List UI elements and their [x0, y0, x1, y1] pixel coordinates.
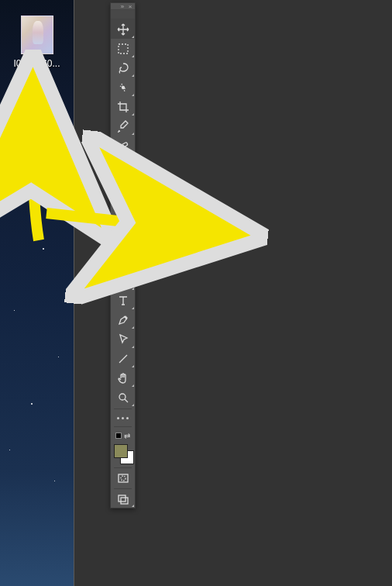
marquee-icon: [117, 43, 129, 55]
move-tool[interactable]: [111, 19, 135, 39]
svg-point-1: [122, 86, 124, 88]
blur-icon: [117, 256, 129, 268]
quick-select-icon: [117, 81, 129, 94]
screen-mode-button[interactable]: [111, 491, 135, 508]
foreground-color-swatch[interactable]: [114, 444, 128, 458]
photoshop-window: » ×: [74, 0, 392, 586]
blur-tool[interactable]: [111, 252, 135, 271]
zoom-tool[interactable]: [111, 388, 135, 407]
pen-icon: [117, 314, 129, 326]
type-tool[interactable]: [111, 291, 135, 310]
crop-icon: [117, 101, 129, 113]
hand-icon: [117, 372, 129, 384]
type-icon: [117, 295, 129, 307]
svg-rect-11: [121, 498, 128, 504]
quick-mask-icon: [117, 472, 129, 484]
svg-point-7: [119, 394, 126, 400]
lasso-tool[interactable]: [111, 58, 135, 78]
edit-toolbar-button[interactable]: [111, 411, 135, 425]
stamp-icon: [117, 178, 129, 191]
toolbox-header: » ×: [111, 3, 135, 10]
svg-rect-5: [119, 240, 123, 245]
toolbox-tab[interactable]: [111, 10, 135, 19]
gradient-icon: [117, 236, 129, 249]
quick-select-tool[interactable]: [111, 78, 135, 97]
color-swatches[interactable]: [111, 444, 135, 466]
svg-point-3: [122, 145, 123, 146]
healing-brush-tool[interactable]: [111, 136, 135, 155]
file-label: I0001360...: [8, 58, 66, 69]
close-icon[interactable]: ×: [128, 4, 132, 9]
eraser-tool[interactable]: [111, 213, 135, 233]
svg-point-9: [121, 476, 126, 481]
svg-point-6: [119, 278, 125, 284]
svg-rect-8: [119, 474, 128, 482]
dodge-tool[interactable]: [111, 271, 135, 291]
move-icon: [117, 23, 129, 36]
line-icon: [117, 353, 129, 365]
zoom-icon: [117, 391, 129, 404]
brush-tool[interactable]: [111, 155, 135, 174]
crop-tool[interactable]: [111, 97, 135, 116]
eraser-icon: [117, 217, 129, 229]
history-brush-tool[interactable]: [111, 194, 135, 213]
hand-tool[interactable]: [111, 368, 135, 388]
file-thumbnail: [21, 16, 53, 54]
desktop-background: I0001360...: [0, 0, 74, 586]
screen-mode-icon: [117, 493, 129, 505]
svg-rect-10: [119, 495, 126, 502]
clone-stamp-tool[interactable]: [111, 174, 135, 194]
history-brush-icon: [117, 198, 129, 210]
bandage-icon: [117, 140, 129, 152]
default-colors-icon[interactable]: [115, 433, 122, 439]
svg-rect-0: [119, 44, 128, 53]
lasso-icon: [117, 62, 129, 74]
eyedropper-tool[interactable]: [111, 116, 135, 136]
tools-panel: » ×: [110, 2, 136, 508]
eyedropper-icon: [117, 120, 129, 133]
desktop-file-icon[interactable]: I0001360...: [8, 16, 66, 69]
path-select-icon: [117, 333, 129, 346]
pen-tool[interactable]: [111, 310, 135, 329]
quick-mask-button[interactable]: [111, 470, 135, 487]
swap-colors-icon[interactable]: ⇄: [124, 432, 130, 440]
line-tool[interactable]: [111, 349, 135, 368]
gradient-tool[interactable]: [111, 233, 135, 252]
dodge-icon: [117, 275, 129, 288]
path-select-tool[interactable]: [111, 329, 135, 349]
marquee-tool[interactable]: [111, 39, 135, 58]
collapse-icon[interactable]: »: [120, 4, 125, 9]
brush-icon: [117, 159, 129, 171]
